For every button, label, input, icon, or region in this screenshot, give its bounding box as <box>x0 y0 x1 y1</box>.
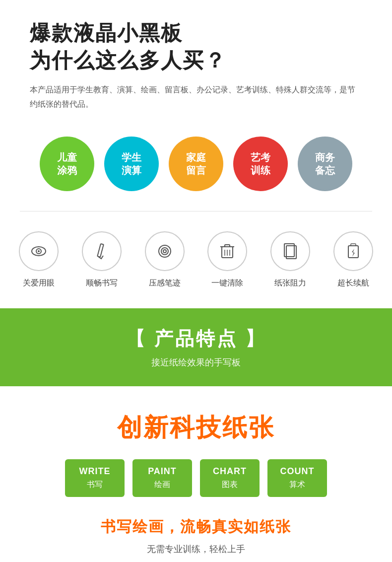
feature-box-zh-0: 书写 <box>70 480 120 490</box>
description: 本产品适用于学生教育、演算、绘画、留言板、办公记录、艺考训练、特殊人群交流等，是… <box>30 83 362 112</box>
svg-point-2 <box>38 250 40 252</box>
icon-item-3: 一键清除 <box>203 231 252 288</box>
circle-item-4: 商务备忘 <box>298 137 352 191</box>
bottom-sub: 无需专业训练，轻松上手 <box>20 543 372 555</box>
innovation-section: 创新科技纸张 WRITE 书写 PAINT 绘画 CHART 图表 COUNT … <box>0 386 392 562</box>
icons-section: 关爱用眼 顺畅书写 压感笔迹 一键清除 <box>0 211 392 308</box>
icon-item-2: 压感笔迹 <box>140 231 189 288</box>
circles-section: 儿童涂鸦学生演算家庭留言艺考训练商务备忘 <box>0 122 392 211</box>
heading: 爆款液晶小黑板 为什么这么多人买？ <box>30 20 362 74</box>
circle-item-2: 家庭留言 <box>169 137 223 191</box>
icon-circle-1 <box>82 231 122 271</box>
innovation-title: 创新科技纸张 <box>20 411 372 444</box>
svg-point-4 <box>159 245 171 257</box>
bottom-slogan: 书写绘画，流畅真实如纸张 <box>20 517 372 537</box>
icon-circle-3 <box>207 231 247 271</box>
feature-box-en-3: COUNT <box>272 466 322 477</box>
circle-label: 家庭留言 <box>186 151 206 177</box>
feature-box-1: PAINT 绘画 <box>132 459 192 497</box>
icon-circle-5 <box>333 231 373 271</box>
svg-rect-15 <box>348 246 358 258</box>
banner-section: 【 产品特点 】 接近纸绘效果的手写板 <box>0 308 392 386</box>
heading-line2: 为什么这么多人买？ <box>30 49 226 72</box>
icon-circle-0 <box>19 231 59 271</box>
icon-label-4: 纸张阻力 <box>274 278 306 288</box>
icon-label-1: 顺畅书写 <box>86 278 118 288</box>
circle-label: 学生演算 <box>122 151 141 177</box>
icon-item-5: 超长续航 <box>329 231 377 288</box>
svg-point-5 <box>161 248 168 255</box>
circle-item-0: 儿童涂鸦 <box>40 137 94 191</box>
icon-circle-2 <box>145 231 185 271</box>
icon-item-4: 纸张阻力 <box>266 231 315 288</box>
icon-label-3: 一键清除 <box>211 278 243 288</box>
feature-box-zh-3: 算术 <box>272 480 322 490</box>
feature-boxes: WRITE 书写 PAINT 绘画 CHART 图表 COUNT 算术 <box>20 459 372 497</box>
svg-rect-3 <box>97 244 104 257</box>
circle-label: 商务备忘 <box>315 151 335 177</box>
feature-box-2: CHART 图表 <box>200 459 260 497</box>
icon-label-2: 压感笔迹 <box>149 278 181 288</box>
circle-label: 艺考训练 <box>251 151 270 177</box>
feature-box-en-2: CHART <box>205 466 255 477</box>
icon-circle-4 <box>270 231 310 271</box>
circle-label: 儿童涂鸦 <box>57 151 77 177</box>
feature-box-0: WRITE 书写 <box>65 459 125 497</box>
feature-box-3: COUNT 算术 <box>267 459 327 497</box>
banner-subtitle: 接近纸绘效果的手写板 <box>10 356 382 368</box>
banner-title: 【 产品特点 】 <box>10 326 382 351</box>
icon-item-1: 顺畅书写 <box>78 231 126 288</box>
icon-item-0: 关爱用眼 <box>15 231 63 288</box>
feature-box-zh-2: 图表 <box>205 480 255 490</box>
feature-box-zh-1: 绘画 <box>137 480 187 490</box>
heading-line1: 爆款液晶小黑板 <box>30 21 183 45</box>
feature-box-en-0: WRITE <box>70 466 120 477</box>
svg-point-6 <box>163 250 166 253</box>
icon-label-0: 关爱用眼 <box>23 278 55 288</box>
title-section: 爆款液晶小黑板 为什么这么多人买？ 本产品适用于学生教育、演算、绘画、留言板、办… <box>0 0 392 122</box>
circle-item-3: 艺考训练 <box>233 137 288 191</box>
svg-rect-16 <box>351 244 356 246</box>
svg-rect-9 <box>225 245 230 247</box>
icon-label-5: 超长续航 <box>337 278 369 288</box>
feature-box-en-1: PAINT <box>137 466 187 477</box>
circle-item-1: 学生演算 <box>104 137 159 191</box>
